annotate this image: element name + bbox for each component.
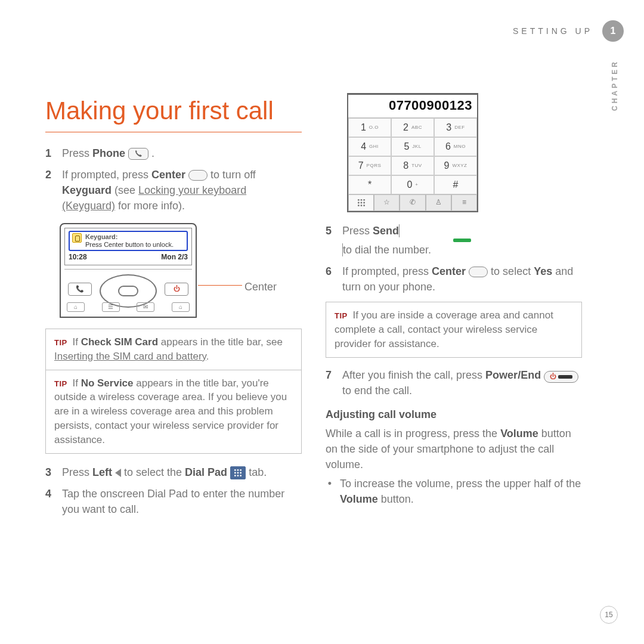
right-column: 07700900123 1O.O2ABC3DEF4GHI5JKL6MNO7PQR… <box>326 93 582 523</box>
svg-point-13 <box>360 202 362 203</box>
page-number: 15 <box>600 606 618 624</box>
dialpad-key[interactable]: 6MNO <box>434 137 477 156</box>
svg-point-4 <box>237 472 239 473</box>
center-button-icon <box>469 267 488 277</box>
section-name: SETTING UP <box>513 26 593 36</box>
step-2: 2 If prompted, press Center to turn off … <box>45 167 302 213</box>
sim-card-link[interactable]: Inserting the SIM card and battery <box>54 351 206 362</box>
device-date: Mon 2/3 <box>161 252 188 262</box>
svg-point-0 <box>234 469 236 471</box>
tab-dialpad-icon[interactable] <box>348 194 374 211</box>
subheading-adjust-volume: Adjusting call volume <box>326 407 582 422</box>
dialpad-key[interactable]: 5JKL <box>391 137 434 156</box>
device-hardware-keys: 📞 ⏻ ⌂ ☰ ✉ ⌂ <box>64 269 192 313</box>
step-list-left-2: 3 Press Left to select the Dial Pad tab.… <box>45 465 302 517</box>
svg-point-16 <box>360 205 362 206</box>
step-7: 7 After you finish the call, press Power… <box>326 367 582 398</box>
dialpad-display: 07700900123 <box>348 95 477 118</box>
chapter-vertical-label: CHAPTER <box>611 60 619 111</box>
step-6: 6 If prompted, press Center to select Ye… <box>326 264 582 295</box>
lock-icon <box>72 233 82 243</box>
svg-point-14 <box>363 202 365 203</box>
svg-point-2 <box>240 469 242 471</box>
tip-sim-card: TIP If Check SIM Card appears in the tit… <box>45 329 302 370</box>
step-list-right-2: 7 After you finish the call, press Power… <box>326 367 582 398</box>
phone-key-icon <box>128 148 148 160</box>
device-screen: Keyguard: Press Center button to unlock.… <box>64 228 192 265</box>
step-1: 1 Press Phone . <box>45 145 302 161</box>
device-body: Keyguard: Press Center button to unlock.… <box>60 223 197 318</box>
onscreen-dialpad: 07700900123 1O.O2ABC3DEF4GHI5JKL6MNO7PQR… <box>347 93 478 212</box>
dialpad-key[interactable]: 4GHI <box>348 137 391 156</box>
svg-point-6 <box>234 475 236 476</box>
tip-label: TIP <box>54 379 67 388</box>
dialpad-key[interactable]: * <box>348 175 391 194</box>
dialpad-key[interactable]: 8TUV <box>391 156 434 175</box>
tip-label: TIP <box>335 311 348 320</box>
dialpad-grid: 1O.O2ABC3DEF4GHI5JKL6MNO7PQRS8TUV9WXYZ*0… <box>348 118 477 194</box>
center-button-icon <box>188 170 208 181</box>
center-callout-label: Center <box>244 279 277 295</box>
svg-point-15 <box>358 205 360 206</box>
dialpad-tab-icon <box>230 466 246 479</box>
power-end-key-icon: ⏻ <box>544 371 578 383</box>
step-list-left: 1 Press Phone . 2 If prompted, press Cen… <box>45 145 302 213</box>
step-5: 5 Press Send to dial the number. <box>326 223 582 258</box>
power-hw-key-icon: ⏻ <box>165 283 188 296</box>
step-list-right: 5 Press Send to dial the number. 6 If pr… <box>326 223 582 295</box>
step-3: 3 Press Left to select the Dial Pad tab. <box>45 465 302 480</box>
dialpad-key[interactable]: 2ABC <box>391 118 434 137</box>
dialpad-tabs: ☆ ✆ ♙ ≡ <box>348 194 477 211</box>
tip-label: TIP <box>54 338 67 347</box>
left-column: Making your first call 1 Press Phone . 2 <box>45 93 302 523</box>
svg-point-17 <box>363 205 365 206</box>
hw-key-icon: ☰ <box>102 302 120 312</box>
bullet-increase-volume: • To increase the volume, press the uppe… <box>326 476 582 507</box>
svg-point-11 <box>363 199 365 201</box>
dialpad-key[interactable]: 0+ <box>391 175 434 194</box>
step-4: 4 Tap the onscreen Dial Pad to enter the… <box>45 486 302 517</box>
callout-line <box>198 285 242 286</box>
hw-key-icon: ⌂ <box>67 302 85 312</box>
tip-coverage: TIP If you are inside a coverage area an… <box>326 302 582 357</box>
dialpad-key[interactable]: 7PQRS <box>348 156 391 175</box>
tab-contacts-icon[interactable]: ♙ <box>426 194 451 211</box>
subtext-volume: While a call is in progress, press the V… <box>326 426 582 472</box>
svg-point-3 <box>234 472 236 473</box>
svg-point-10 <box>360 199 362 201</box>
svg-point-12 <box>358 202 360 203</box>
title-rule <box>45 132 302 132</box>
left-arrow-icon <box>115 469 121 477</box>
device-time: 10:28 <box>69 252 87 262</box>
svg-point-5 <box>240 472 242 473</box>
dialpad-key[interactable]: 1O.O <box>348 118 391 137</box>
dialpad-key[interactable]: 9WXYZ <box>434 156 477 175</box>
svg-point-1 <box>237 469 239 471</box>
svg-point-9 <box>358 199 360 201</box>
phone-hw-key-icon: 📞 <box>68 283 92 296</box>
dialpad-key[interactable]: 3DEF <box>434 118 477 137</box>
tab-calls-icon[interactable]: ✆ <box>400 194 425 211</box>
tip-no-service: TIP If No Service appears in the title b… <box>45 370 302 454</box>
tab-favorites-icon[interactable]: ☆ <box>374 194 400 211</box>
svg-point-7 <box>237 475 239 476</box>
page-title: Making your first call <box>45 93 302 129</box>
svg-point-8 <box>240 475 242 476</box>
hw-key-icon: ⌂ <box>172 302 190 312</box>
chapter-number-badge: 1 <box>602 20 624 42</box>
tab-list-icon[interactable]: ≡ <box>451 194 477 211</box>
page-header: SETTING UP 1 <box>513 20 624 42</box>
device-illustration: Keyguard: Press Center button to unlock.… <box>60 223 274 318</box>
hw-key-icon: ✉ <box>137 302 154 312</box>
dialpad-key[interactable]: # <box>434 175 477 194</box>
center-hw-button <box>118 286 138 296</box>
